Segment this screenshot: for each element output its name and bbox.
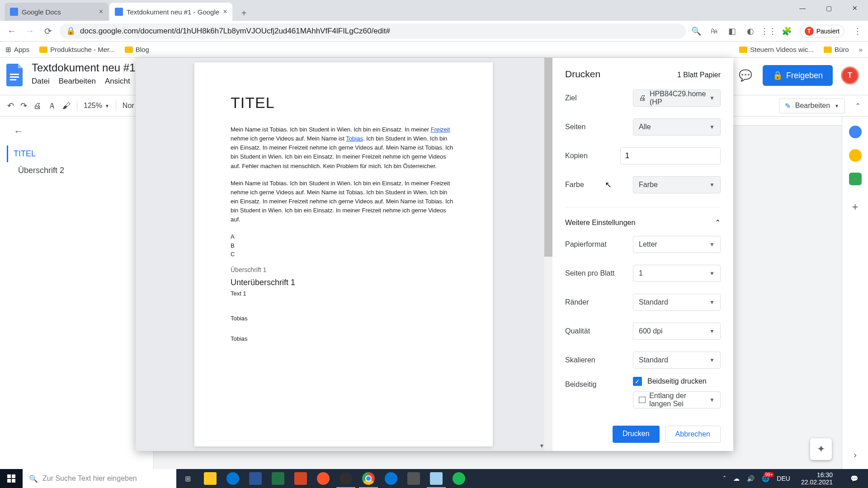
- translate-icon[interactable]: 🗛: [709, 26, 719, 36]
- comments-icon[interactable]: 💬: [736, 66, 755, 84]
- duplex-checkbox[interactable]: ✓: [633, 377, 642, 386]
- apps-shortcut[interactable]: ⊞Apps: [5, 46, 29, 54]
- action-center-icon[interactable]: 💬: [844, 475, 864, 482]
- obs-icon[interactable]: [335, 469, 357, 488]
- taskbar-search[interactable]: 🔍Zur Suche Text hier eingeben: [23, 469, 176, 488]
- extension-icon[interactable]: ⋮⋮: [764, 26, 774, 36]
- redo-icon[interactable]: ↷: [20, 101, 27, 111]
- share-button[interactable]: 🔒 Freigeben: [763, 65, 833, 86]
- minimize-button[interactable]: —: [789, 0, 816, 16]
- paper-size-select[interactable]: Letter▼: [633, 236, 721, 253]
- bookmark-item[interactable]: Steuern Videos wic...: [739, 46, 814, 53]
- dest-label: Ziel: [565, 94, 633, 102]
- outline-item[interactable]: TITEL: [7, 145, 122, 162]
- hide-rail-icon[interactable]: ›: [854, 450, 857, 460]
- explorer-icon[interactable]: [199, 469, 222, 488]
- print-dialog: TITEL Mein Name ist Tobias. Ich bin Stud…: [136, 58, 733, 451]
- network-icon[interactable]: 🌐99+: [762, 475, 769, 482]
- paint-format-icon[interactable]: 🖌: [62, 101, 71, 111]
- quality-select[interactable]: 600 dpi▼: [633, 323, 721, 340]
- back-button[interactable]: ←: [5, 26, 18, 36]
- task-view-icon[interactable]: ⊞: [176, 469, 199, 488]
- zoom-icon[interactable]: 🔍: [691, 26, 701, 36]
- close-icon[interactable]: ×: [99, 8, 103, 16]
- chrome-menu-icon[interactable]: ⋮: [853, 26, 863, 36]
- bookmark-item[interactable]: Produktsuche - Mer...: [39, 46, 115, 53]
- extension-icon[interactable]: ◐: [745, 26, 755, 36]
- maximize-button[interactable]: ▢: [816, 0, 842, 16]
- onedrive-icon[interactable]: ☁: [733, 475, 740, 482]
- chevron-down-icon: ▼: [709, 95, 715, 101]
- account-avatar[interactable]: T: [841, 66, 859, 84]
- svg-rect-2: [10, 79, 16, 80]
- paused-label: Pausiert: [816, 28, 840, 35]
- close-icon[interactable]: ×: [223, 8, 227, 16]
- pages-select[interactable]: Alle▼: [633, 118, 721, 136]
- more-settings-toggle[interactable]: Weitere Einstellungen ⌃: [565, 214, 721, 236]
- extension-icon[interactable]: ◧: [727, 26, 737, 36]
- preview-scrollbar[interactable]: [544, 58, 552, 451]
- volume-icon[interactable]: 🔊: [747, 475, 755, 482]
- keep-icon[interactable]: [849, 149, 862, 162]
- word-icon[interactable]: [244, 469, 267, 488]
- explore-button[interactable]: ✦: [810, 438, 832, 460]
- edit-mode-select[interactable]: ✎ Bearbeiten ▼: [779, 99, 845, 113]
- duplex-edge-select[interactable]: Entlang der langen Sei ▼: [633, 391, 721, 408]
- menu-file[interactable]: Datei: [32, 77, 50, 86]
- brave-icon[interactable]: [312, 469, 335, 488]
- browser-tab-0[interactable]: Google Docs ×: [5, 3, 108, 21]
- collapse-toolbar-icon[interactable]: ⌃: [855, 102, 861, 110]
- powerpoint-icon[interactable]: [289, 469, 312, 488]
- forward-button[interactable]: →: [24, 26, 36, 36]
- bookmarks-overflow[interactable]: »: [859, 46, 863, 53]
- outline-item[interactable]: Überschrift 2: [14, 162, 122, 179]
- reload-button[interactable]: ⟳: [42, 26, 54, 37]
- address-bar[interactable]: 🔒 docs.google.com/document/d/1hUH8k6h7Lb…: [60, 23, 686, 39]
- pencil-icon: ✎: [785, 102, 791, 110]
- preview-collapse-icon[interactable]: ▾: [540, 442, 543, 449]
- spellcheck-icon[interactable]: Ａ: [48, 100, 56, 111]
- app-icon[interactable]: [402, 469, 425, 488]
- profile-paused[interactable]: T Pausiert: [800, 25, 844, 38]
- zoom-select[interactable]: 125%▼: [84, 102, 109, 110]
- new-tab-button[interactable]: +: [236, 5, 251, 21]
- tasks-icon[interactable]: [849, 173, 862, 185]
- extensions-icon[interactable]: 🧩: [782, 26, 792, 36]
- destination-select[interactable]: 🖨HPB84C29.home (HP ▼: [633, 89, 721, 107]
- calendar-icon[interactable]: [849, 126, 862, 138]
- bookmark-item[interactable]: Blog: [125, 46, 149, 53]
- undo-icon[interactable]: ↶: [7, 101, 14, 111]
- browser-tab-1[interactable]: Textdokument neu #1 - Google ×: [109, 3, 232, 21]
- clock[interactable]: 16:3022.02.2021: [797, 471, 836, 486]
- copies-input[interactable]: [620, 147, 721, 164]
- add-addon-icon[interactable]: +: [852, 201, 858, 213]
- chrome-icon[interactable]: [357, 469, 380, 488]
- outline-close-icon[interactable]: ←: [14, 126, 122, 137]
- language-indicator[interactable]: DEU: [777, 475, 790, 482]
- close-window-button[interactable]: ✕: [842, 0, 868, 16]
- scale-select[interactable]: Standard▼: [633, 352, 721, 369]
- start-button[interactable]: [0, 469, 23, 488]
- notepad-icon[interactable]: [425, 469, 448, 488]
- paper-label: Papierformat: [565, 240, 633, 249]
- folder-icon: [125, 47, 133, 53]
- excel-icon[interactable]: [267, 469, 289, 488]
- edge-icon[interactable]: [380, 469, 402, 488]
- pages-per-sheet-select[interactable]: 1▼: [633, 265, 721, 282]
- print-button[interactable]: Drucken: [613, 426, 660, 443]
- preview-page: TITEL Mein Name ist Tobias. Ich bin Stud…: [194, 62, 493, 446]
- cancel-button[interactable]: Abbrechen: [665, 426, 721, 443]
- menu-view[interactable]: Ansicht: [105, 77, 130, 86]
- tray-expand-icon[interactable]: ˄: [723, 475, 726, 482]
- docs-logo-icon[interactable]: [5, 61, 26, 89]
- bookmark-item[interactable]: Büro: [824, 46, 849, 53]
- svg-rect-5: [7, 479, 11, 483]
- doc-title[interactable]: Textdokument neu #1: [32, 61, 136, 74]
- color-select[interactable]: Farbe▼: [633, 176, 721, 193]
- spotify-icon[interactable]: [448, 469, 470, 488]
- margins-select[interactable]: Standard▼: [633, 294, 721, 311]
- print-icon[interactable]: 🖨: [33, 101, 42, 111]
- menu-edit[interactable]: Bearbeiten: [59, 77, 96, 86]
- style-select[interactable]: Nor: [123, 102, 134, 110]
- edge-legacy-icon[interactable]: [222, 469, 244, 488]
